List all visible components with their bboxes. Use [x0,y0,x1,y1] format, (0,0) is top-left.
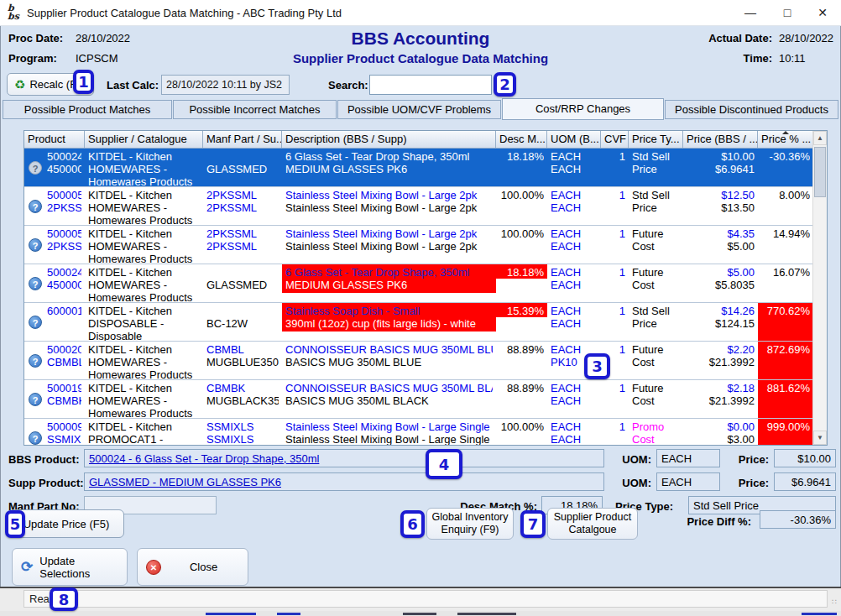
cell-supplier: KITDEL - KitchenDISPOSABLE -Disposable [85,303,203,341]
column-header[interactable]: Desc M... [496,131,547,149]
supplier-catalogue-button[interactable]: Supplier Product Catalgoue [547,508,638,540]
uom-supp-label: UOM: [611,477,651,489]
cell-manf-part: BC-12W [203,303,282,341]
cell-cvf: 1 [601,187,629,225]
tab-possible-product-matches[interactable]: Possible Product Matches [3,100,172,119]
cell-uom: EACHEACH [547,303,601,341]
column-header[interactable]: Price % ... [758,131,813,149]
row-help-icon[interactable]: ? [29,238,42,252]
table-row[interactable]: ?500020CBMBLKITDEL - KitchenHOMEWARES -H… [24,342,813,380]
annotation-marker-1: 1 [73,70,94,94]
tab-possible-incorrect-matches[interactable]: Possible Incorrect Matches [173,100,337,119]
column-header[interactable]: Description (BBS / Supp) [282,131,496,149]
cell-price: $10.00$6.9641 [683,149,758,186]
table-row[interactable]: ?5000052PKSSMLKITDEL - KitchenHOMEWARES … [24,226,813,264]
cell-uom: EACHEACH [547,187,601,225]
row-help-icon[interactable]: ? [29,431,42,445]
scroll-down-icon[interactable]: ▼ [813,431,827,445]
column-header[interactable]: Price (BBS / ... [683,131,758,149]
uom-supp-field: EACH [656,472,720,491]
column-header[interactable]: Price Ty... [629,131,683,149]
search-label: Search: [328,79,368,91]
row-help-icon[interactable]: ? [29,316,42,329]
cell-cvf: 1 [601,303,629,341]
update-selections-button[interactable]: ⟳ Update Selections [12,548,128,586]
cell-price: $12.50$13.50 [683,187,758,225]
column-header[interactable]: UOM (B... [547,131,601,149]
cell-cvf: 1 [601,264,629,302]
global-inventory-button[interactable]: Global Inventory Enquiry (F9) [426,508,514,540]
close-button[interactable]: ✕ [806,0,839,25]
last-calc-field: 28/10/2022 10:11 by JS2 [161,75,290,95]
tab-cost-rrp-changes[interactable]: Cost/RRP Changes [502,98,664,120]
scroll-thumb[interactable] [814,147,826,197]
time-label: Time: [701,52,772,65]
table-row[interactable]: ?500019CBMBKKITDEL - KitchenHOMEWARES -H… [24,380,813,419]
global-inventory-label-2: Enquiry (F9) [441,524,499,536]
table-row[interactable]: ?600001 KITDEL - KitchenDISPOSABLE -Disp… [24,303,813,342]
column-header[interactable]: CVF [601,131,629,149]
tab-possible-uom-cvf-problems[interactable]: Possible UOM/CVF Problems [337,100,501,119]
cell-price-pct: 16.07% [758,264,813,302]
cell-price-type: Std SellPrice [629,149,683,186]
row-help-icon[interactable]: ? [29,354,42,368]
title-bar: bbs Supplier Product Catalogue Data Matc… [0,0,841,26]
table-row[interactable]: ?50002445000024KITDEL - KitchenHOMEWARES… [24,149,813,187]
row-help-icon[interactable]: ? [29,200,42,213]
close-dialog-button[interactable]: ✕ Close [137,548,248,586]
cell-description: 6 Glass Set - Tear Drop Shape, 350mlMEDI… [282,149,496,186]
annotation-marker-2: 2 [494,72,516,97]
cell-cvf: 1 [601,226,629,264]
table-row[interactable]: ?500009SSMIXLSKITDEL - KitchenPROMOCAT1 … [24,419,813,446]
update-price-button[interactable]: Update Price (F5) [8,509,124,538]
bbs-product-field: 500024 - 6 Glass Set - Tear Drop Shape, … [84,449,604,467]
bbs-product-link[interactable]: 500024 - 6 Glass Set - Tear Drop Shape, … [89,452,319,465]
column-header[interactable]: Supplier / Catalogue [85,131,203,149]
scroll-up-icon[interactable]: ▲ [813,131,827,145]
cell-price: $0.00$3.00 [683,419,758,446]
resize-grip[interactable]: ∷ [832,598,838,606]
update-selections-label: Update Selections [39,555,118,580]
cell-cvf: 1 [601,149,629,186]
cell-description: Stainless Steel Mixing Bowl - Large 2pkS… [282,187,496,225]
cell-supplier: KITDEL - KitchenHOMEWARES -Homewares Pro… [85,149,203,186]
cell-price-type: PromoCost [629,419,683,446]
supp-product-field: GLASSMED - MEDIUM GLASSES PK6 [84,472,604,491]
sort-asc-icon [782,131,789,134]
row-help-icon[interactable]: ? [29,277,42,290]
cell-manf-part: 2PKSSML2PKSSML [203,187,282,225]
vertical-scrollbar[interactable]: ▲ ▼ [812,131,827,445]
maximize-button[interactable]: □ [770,0,804,25]
cell-price-type: FutureCost [629,342,683,379]
cell-price-type: Std SellPrice [629,187,683,225]
price-bbs-field: $10.00 [774,449,836,467]
cell-manf-part: CBMBKMUGBLACK350 [203,380,282,418]
cell-supplier: KITDEL - KitchenHOMEWARES -Homewares Pro… [85,226,203,264]
actual-date-value: 28/10/2022 [779,32,833,44]
price-diff-label: Price Diff %: [650,515,751,528]
annotation-marker-8: 8 [50,587,78,611]
row-help-icon[interactable]: ? [29,161,42,175]
table-row[interactable]: ?50002445000024KITDEL - KitchenHOMEWARES… [24,264,813,303]
cell-description: CONNOISSEUR BASICS MUG 350ML BLUEBASICS … [282,342,496,379]
supp-product-link[interactable]: GLASSMED - MEDIUM GLASSES PK6 [89,476,281,488]
cell-price-type: FutureCost [629,380,683,418]
search-input[interactable] [369,75,492,95]
cell-price: $14.26$124.15 [683,303,758,341]
column-header[interactable]: Product [24,131,85,149]
row-help-icon[interactable]: ? [29,393,42,406]
supp-product-label: Supp Product: [8,477,84,489]
table-row[interactable]: ?5000052PKSSMLKITDEL - KitchenHOMEWARES … [24,187,813,226]
cell-uom: EACHEACH [547,419,601,446]
cell-supplier: KITDEL - KitchenPROMOCAT1 - [85,419,203,446]
tab-possible-discontinued-products[interactable]: Possible Discontinued Products [665,100,838,119]
close-label: Close [168,561,239,573]
column-header[interactable]: Manf Part / Su... [203,131,282,149]
status-text: Ready [24,590,828,608]
cell-price-type: FutureCost [629,226,683,264]
cell-desc-match: 100.00% [496,419,547,446]
price-supp-field: $6.9641 [774,472,836,491]
cell-desc-match: 18.18% [496,264,547,302]
minimize-button[interactable]: — [734,0,767,25]
cell-description: Stainless Steel Mixing Bowl - Large Sing… [282,419,496,446]
